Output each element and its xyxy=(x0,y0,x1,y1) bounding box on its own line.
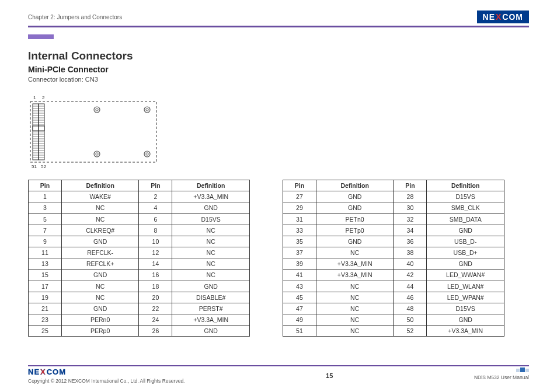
def-cell: +V3.3A_MIN xyxy=(316,258,394,270)
def-cell: D15VS xyxy=(427,303,504,314)
def-cell: DISABLE# xyxy=(172,292,250,303)
pin-cell: 19 xyxy=(29,292,62,303)
def-cell: NC xyxy=(316,281,394,292)
table-row: 35GND36USB_D- xyxy=(283,236,504,247)
pin-cell: 36 xyxy=(394,236,427,247)
pin-cell: 31 xyxy=(283,214,316,225)
pin-cell: 32 xyxy=(394,214,427,225)
table-row: 49NC50GND xyxy=(283,314,504,326)
table-row: 41+V3.3A_MIN42LED_WWAN# xyxy=(283,270,504,281)
svg-point-36 xyxy=(146,153,148,155)
pin-cell: 17 xyxy=(29,281,62,292)
def-cell: NC xyxy=(172,270,250,281)
def-cell: LED_WPAN# xyxy=(427,292,504,303)
table-row: 13REFCLK+14NC xyxy=(29,258,250,270)
connector-location: Connector location: CN3 xyxy=(28,76,529,83)
def-cell: NC xyxy=(61,292,139,303)
page-title: Internal Connectors xyxy=(28,50,529,62)
table-row: 3NC4GND xyxy=(29,202,250,214)
accent-bar xyxy=(28,34,54,39)
pin-cell: 43 xyxy=(283,281,316,292)
pin-cell: 12 xyxy=(139,247,172,258)
pin-cell: 25 xyxy=(29,326,62,337)
svg-point-30 xyxy=(96,108,98,111)
def-cell: PERn0 xyxy=(61,314,139,326)
pin-cell: 40 xyxy=(394,258,427,270)
def-cell: REFCLK- xyxy=(61,247,139,258)
table-row: 33PETp034GND xyxy=(283,225,504,236)
def-cell: PERST# xyxy=(172,303,250,314)
pin-cell: 7 xyxy=(29,225,62,236)
svg-point-33 xyxy=(94,151,100,157)
pin-cell: 48 xyxy=(394,303,427,314)
pin-label-51: 51 xyxy=(32,164,37,169)
pin-cell: 20 xyxy=(139,292,172,303)
def-cell: +V3.3A_MIN xyxy=(427,326,504,337)
brand-logo: NEXCOM xyxy=(477,10,529,23)
def-cell: SMB_CLK xyxy=(427,202,504,214)
def-cell: NC xyxy=(316,314,394,326)
logo-text-right: COM xyxy=(502,12,523,22)
def-cell: GND xyxy=(172,202,250,214)
def-cell: NC xyxy=(61,281,139,292)
def-cell: NC xyxy=(316,247,394,258)
pin-label-2: 2 xyxy=(42,95,45,100)
pin-cell: 44 xyxy=(394,281,427,292)
table-row: 11REFCLK-12NC xyxy=(29,247,250,258)
connector-diagram: 1 2 51 52 xyxy=(28,93,162,169)
svg-point-35 xyxy=(144,151,150,157)
copyright-text: Copyright © 2012 NEXCOM International Co… xyxy=(28,378,184,384)
svg-point-32 xyxy=(146,108,148,111)
pin-cell: 11 xyxy=(29,247,62,258)
def-cell: GND xyxy=(316,236,394,247)
pin-cell: 46 xyxy=(394,292,427,303)
page-footer: NEXCOM Copyright © 2012 NEXCOM Internati… xyxy=(28,365,529,384)
table-row: 31PETn032SMB_DATA xyxy=(283,214,504,225)
def-cell: +V3.3A_MIN xyxy=(316,270,394,281)
def-cell: NC xyxy=(172,236,250,247)
page-header: Chapter 2: Jumpers and Connectors NEXCOM xyxy=(28,10,529,27)
def-cell: NC xyxy=(316,303,394,314)
table-row: 5NC6D15VS xyxy=(29,214,250,225)
pin-cell: 38 xyxy=(394,247,427,258)
table-row: 21GND22PERST# xyxy=(29,303,250,314)
chapter-label: Chapter 2: Jumpers and Connectors xyxy=(28,14,122,20)
table-row: 19NC20DISABLE# xyxy=(29,292,250,303)
pin-cell: 39 xyxy=(283,258,316,270)
def-cell: GND xyxy=(427,314,504,326)
pin-cell: 35 xyxy=(283,236,316,247)
pin-cell: 14 xyxy=(139,258,172,270)
def-cell: USB_D+ xyxy=(427,247,504,258)
table-row: 27GND28D15VS xyxy=(283,191,504,202)
decorative-squares-icon xyxy=(516,368,529,372)
pin-cell: 51 xyxy=(283,326,316,337)
pin-cell: 15 xyxy=(29,270,62,281)
def-cell: REFCLK+ xyxy=(61,258,139,270)
col-pin: Pin xyxy=(283,180,316,191)
def-cell: D15VS xyxy=(172,214,250,225)
table-row: 1WAKE#2+V3.3A_MIN xyxy=(29,191,250,202)
def-cell: +V3.3A_MIN xyxy=(172,314,250,326)
pin-label-1: 1 xyxy=(33,95,36,100)
def-cell: +V3.3A_MIN xyxy=(172,191,250,202)
svg-point-34 xyxy=(96,153,98,155)
def-cell: CLKREQ# xyxy=(61,225,139,236)
def-cell: NC xyxy=(61,202,139,214)
def-cell: NC xyxy=(172,258,250,270)
pin-cell: 27 xyxy=(283,191,316,202)
pin-cell: 41 xyxy=(283,270,316,281)
def-cell: PETn0 xyxy=(316,214,394,225)
table-row: 51NC52+V3.3A_MIN xyxy=(283,326,504,337)
pin-cell: 18 xyxy=(139,281,172,292)
pin-cell: 49 xyxy=(283,314,316,326)
pin-cell: 45 xyxy=(283,292,316,303)
def-cell: D15VS xyxy=(427,191,504,202)
pin-cell: 26 xyxy=(139,326,172,337)
table-row: 45NC46LED_WPAN# xyxy=(283,292,504,303)
pin-cell: 4 xyxy=(139,202,172,214)
col-def: Definition xyxy=(61,180,139,191)
def-cell: LED_WLAN# xyxy=(427,281,504,292)
page-subtitle: Mini-PCIe Connector xyxy=(28,65,529,74)
def-cell: GND xyxy=(316,202,394,214)
pin-cell: 2 xyxy=(139,191,172,202)
